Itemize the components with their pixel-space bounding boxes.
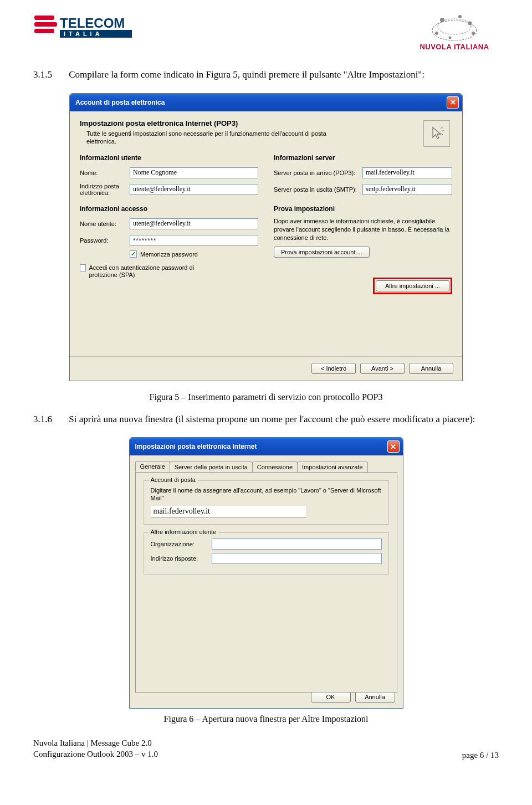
tab-avanzate[interactable]: Impostazioni avanzate <box>297 462 367 472</box>
footer: Nuvola Italiana | Message Cube 2.0 Confi… <box>33 734 499 760</box>
prova-text: Dopo aver immesso le informazioni richie… <box>274 217 452 242</box>
input-indirizzo-risposte[interactable] <box>212 553 382 564</box>
input-pop3[interactable]: mail.federvolley.it <box>362 167 452 178</box>
label-nomeutente: Nome utente: <box>80 221 130 227</box>
section-316-text: Si aprirà una nuova finestra (il sistema… <box>69 412 490 427</box>
svg-point-7 <box>435 32 438 35</box>
telecom-sub: ITALIA <box>64 30 103 37</box>
page-number: page 6 / 13 <box>462 751 499 760</box>
altre-impostazioni-button[interactable]: Altre impostazioni ... <box>376 280 449 291</box>
ok-button[interactable]: OK <box>311 691 351 703</box>
telecom-brand-text: TELECOM <box>60 16 125 30</box>
dialog1-title: Account di posta elettronica <box>75 99 165 106</box>
titlebar: Account di posta elettronica ✕ <box>70 94 462 111</box>
group-utente: Informazioni utente <box>80 154 258 162</box>
input-organizzazione[interactable] <box>212 539 382 550</box>
back-button[interactable]: < Indietro <box>311 363 356 374</box>
dialog2-buttons: OK Annulla <box>311 691 395 703</box>
svg-point-8 <box>449 37 452 39</box>
input-smtp[interactable]: smtp.federvolley.it <box>362 184 452 195</box>
footer-line2: Configurazione Outlook 2003 – v 1.0 <box>33 748 158 760</box>
fieldset-account-legend: Account di posta <box>149 476 198 483</box>
tab-connessione[interactable]: Connessione <box>252 462 298 472</box>
group-prova: Prova impostazioni <box>274 205 452 213</box>
label-pop3: Server posta in arrivo (POP3): <box>274 170 362 176</box>
spa-row[interactable]: Accedi con autenticazione password di pr… <box>80 264 207 279</box>
tab-generale[interactable]: Generale <box>135 461 170 472</box>
dialog2: Impostazioni posta elettronica Internet … <box>129 437 403 709</box>
checkbox-unchecked-icon[interactable] <box>80 264 86 271</box>
section-315-text: Compilare la form come indicato in Figur… <box>69 68 490 82</box>
label-organizzazione: Organizzazione: <box>151 541 212 547</box>
close-icon[interactable]: ✕ <box>447 96 459 109</box>
dialog1-subtitle: Tutte le seguenti impostazioni sono nece… <box>80 130 357 146</box>
group-accesso: Informazioni accesso <box>80 205 258 213</box>
tab-uscita[interactable]: Server della posta in uscita <box>170 462 253 472</box>
label-password: Password: <box>80 237 130 244</box>
cancel-button-2[interactable]: Annulla <box>355 691 395 703</box>
header-row: TELECOM ITALIA NUVOLA ITALIANA <box>33 11 499 51</box>
dialog1: Account di posta elettronica ✕ Impostazi… <box>69 93 463 381</box>
next-button[interactable]: Avanti > <box>360 363 405 374</box>
dialog2-title: Impostazioni posta elettronica Internet <box>135 443 257 450</box>
fieldset-account: Account di posta Digitare il nome da ass… <box>144 480 389 525</box>
prova-button[interactable]: Prova impostazioni account ... <box>274 247 370 258</box>
nuvola-brand-text: NUVOLA ITALIANA <box>410 43 499 51</box>
svg-point-6 <box>472 32 475 35</box>
dialog2-close-icon[interactable]: ✕ <box>387 440 400 453</box>
label-indirizzo-risposte: Indirizzo risposte: <box>151 555 212 562</box>
tab-panel-generale: Account di posta Digitare il nome da ass… <box>135 472 397 693</box>
input-indirizzo[interactable]: utente@federvolley.it <box>130 184 258 195</box>
input-nomeutente[interactable]: utente@federvolley.it <box>130 218 258 229</box>
memorizza-password-row[interactable]: ✓ Memorizza password <box>130 250 258 258</box>
account-name-input[interactable]: mail.federvolley.it <box>151 506 306 517</box>
label-nome: Nome: <box>80 170 130 176</box>
label-smtp: Server posta in uscita (SMTP): <box>274 186 362 193</box>
svg-point-5 <box>468 22 472 25</box>
label-indirizzo: Indirizzo posta elettronica: <box>80 183 130 196</box>
altre-impostazioni-highlight: Altre impostazioni ... <box>373 278 452 294</box>
footer-line1: Nuvola Italiana | Message Cube 2.0 <box>33 737 158 748</box>
telecom-logo: TELECOM ITALIA <box>33 11 161 41</box>
fieldset-altre-legend: Altre informazioni utente <box>149 529 219 535</box>
svg-point-4 <box>458 15 462 18</box>
dialog2-titlebar: Impostazioni posta elettronica Internet … <box>130 438 403 455</box>
nuvola-badge: NUVOLA ITALIANA <box>410 11 499 51</box>
cancel-button[interactable]: Annulla <box>409 363 453 374</box>
memorizza-label: Memorizza password <box>140 251 198 258</box>
input-password[interactable]: ******** <box>130 235 258 246</box>
section-316-num: 3.1.6 <box>33 412 66 427</box>
dialog1-heading: Impostazioni posta elettronica Internet … <box>80 119 452 127</box>
svg-point-3 <box>440 18 444 22</box>
wizard-buttons: < Indietro Avanti > Annulla <box>70 356 462 381</box>
fieldset-account-text: Digitare il nome da assegnare all'accoun… <box>151 486 382 503</box>
group-server: Informazioni server <box>274 154 452 162</box>
tabs: Generale Server della posta in uscita Co… <box>130 455 403 472</box>
section-315-num: 3.1.5 <box>33 68 66 82</box>
checkbox-checked-icon[interactable]: ✓ <box>130 250 137 258</box>
spa-label: Accedi con autenticazione password di pr… <box>89 264 207 279</box>
cursor-placeholder-icon <box>423 120 450 147</box>
section-316: 3.1.6 Si aprirà una nuova finestra (il s… <box>33 412 499 427</box>
figure5-caption: Figura 5 – Inserimento parametri di serv… <box>33 392 499 402</box>
input-nome[interactable]: Nome Cognome <box>130 167 258 178</box>
figure6-caption: Figura 6 – Apertura nuova finestra per A… <box>33 714 499 724</box>
fieldset-altre-info: Altre informazioni utente Organizzazione… <box>144 532 389 575</box>
section-315: 3.1.5 Compilare la form come indicato in… <box>33 68 499 82</box>
